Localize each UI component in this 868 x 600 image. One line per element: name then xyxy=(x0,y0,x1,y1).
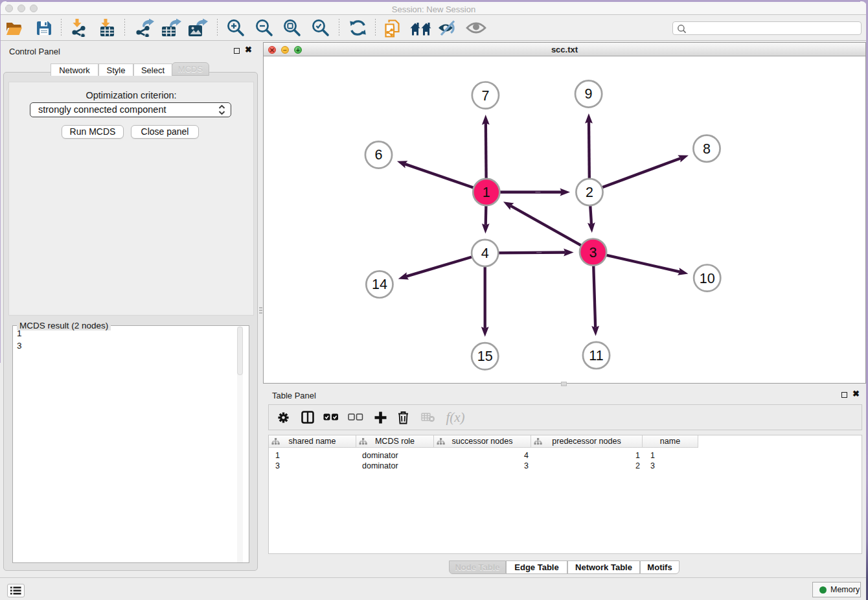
svg-text:8: 8 xyxy=(703,141,711,157)
svg-text:10: 10 xyxy=(700,271,715,286)
svg-text:11: 11 xyxy=(589,348,603,363)
svg-text:2: 2 xyxy=(586,185,593,200)
svg-text:14: 14 xyxy=(372,277,387,292)
svg-text:6: 6 xyxy=(375,147,383,163)
svg-text:15: 15 xyxy=(477,349,493,364)
svg-text:3: 3 xyxy=(589,245,597,260)
svg-text:7: 7 xyxy=(481,88,489,104)
svg-text:4: 4 xyxy=(481,246,489,261)
svg-text:1: 1 xyxy=(483,185,490,200)
svg-text:9: 9 xyxy=(585,86,593,102)
